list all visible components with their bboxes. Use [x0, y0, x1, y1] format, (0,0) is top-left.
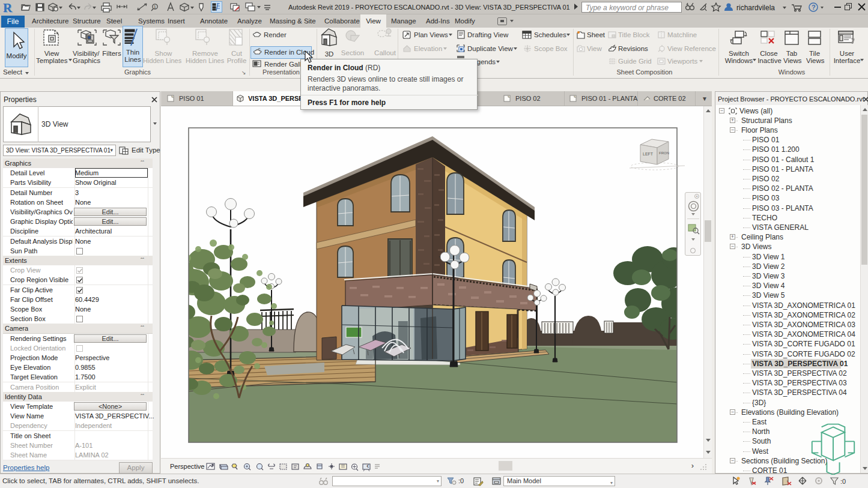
- svg-text::0: :0: [840, 478, 846, 485]
- svg-text:LEFT: LEFT: [643, 152, 654, 156]
- svg-text:?: ?: [812, 4, 816, 11]
- svg-text:FRON: FRON: [659, 151, 669, 155]
- svg-text:richardvilela: richardvilela: [736, 4, 775, 12]
- svg-text:1: 1: [154, 4, 157, 10]
